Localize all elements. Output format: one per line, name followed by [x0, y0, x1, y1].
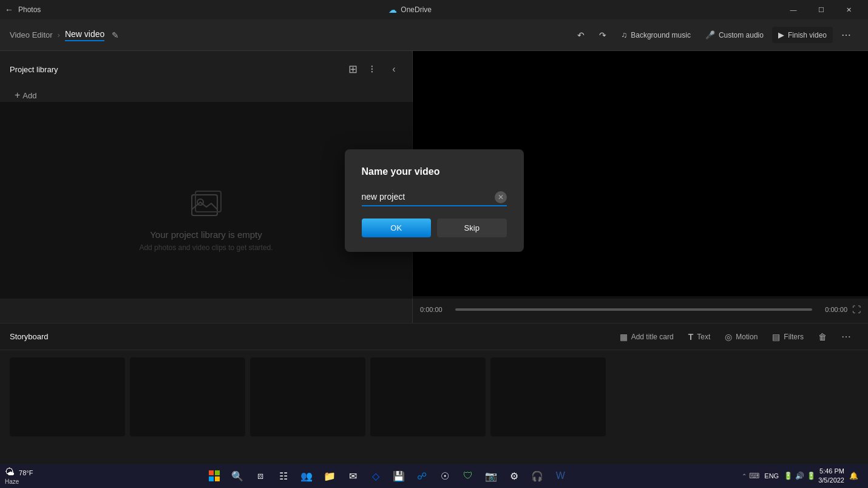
app1-icon: 💾 [393, 470, 405, 482]
svg-rect-3 [209, 470, 214, 475]
chrome-button[interactable]: ☉ [434, 465, 456, 487]
app1-button[interactable]: 💾 [388, 465, 410, 487]
toolbar: Video Editor › New video ✎ ↶ ↷ ♫ Backgro… [0, 19, 868, 51]
filters-button[interactable]: ▤ Filters [766, 329, 810, 345]
custom-audio-button[interactable]: 🎤 Custom audio [699, 27, 770, 43]
more-icon: ⋯ [841, 29, 852, 41]
redo-button[interactable]: ↷ [593, 27, 612, 44]
taskview-button[interactable]: ⧇ [249, 465, 271, 487]
app2-button[interactable]: 🛡 [457, 465, 479, 487]
close-button[interactable]: ✕ [835, 0, 863, 19]
video-name-input[interactable] [362, 188, 507, 206]
edge-button[interactable]: ☍ [411, 465, 433, 487]
weather-desc: Haze [5, 478, 19, 485]
settings-button[interactable]: ⚙ [503, 465, 525, 487]
finish-video-label: Finish video [788, 31, 827, 39]
clock-time: 5:46 PM [818, 467, 844, 476]
clip-slot-4[interactable] [370, 358, 486, 436]
volume-icon[interactable]: 🔊 [795, 472, 804, 480]
custom-audio-label: Custom audio [719, 31, 764, 39]
weather-temp: 78°F [19, 469, 33, 476]
clip-slot-3[interactable] [250, 358, 365, 436]
svg-rect-5 [209, 476, 214, 481]
maximize-button[interactable]: ☐ [807, 0, 835, 19]
text-icon: T [688, 332, 694, 342]
folder-icon: 📁 [324, 470, 336, 482]
motion-button[interactable]: ◎ Motion [719, 329, 764, 345]
mail-button[interactable]: ✉ [342, 465, 364, 487]
taskbar: 🌤 78°F Haze 🔍 ⧇ ☷ 👥 📁 [0, 464, 868, 488]
battery-icon[interactable]: 🔋 [807, 472, 816, 480]
start-button[interactable] [203, 465, 225, 487]
teams-button[interactable]: 👥 [296, 465, 317, 487]
ok-button[interactable]: OK [362, 219, 432, 237]
app-title: Photos [18, 5, 41, 14]
more-options-button[interactable]: ⋯ [835, 25, 858, 44]
wifi-icon[interactable]: 🔋 [784, 472, 793, 480]
breadcrumb-video-editor[interactable]: Video Editor [10, 30, 53, 39]
back-icon[interactable]: ← [5, 5, 13, 15]
redo-icon: ↷ [599, 30, 606, 40]
taskbar-weather: 🌤 78°F Haze [5, 467, 33, 485]
dropbox-icon: ◇ [372, 470, 379, 482]
modal-buttons: OK Skip [362, 219, 507, 237]
svg-rect-4 [215, 470, 220, 475]
delete-icon: 🗑 [818, 332, 827, 342]
widgets-button[interactable]: ☷ [273, 465, 294, 487]
video-controls: 0:00:00 0:00:00 ⛶ [413, 296, 868, 323]
search-button[interactable]: 🔍 [226, 465, 248, 487]
app2-icon: 🛡 [463, 470, 473, 481]
taskview-icon: ⧇ [257, 470, 263, 481]
minimize-button[interactable]: — [779, 0, 807, 19]
edge-icon: ☍ [417, 470, 427, 482]
storyboard-title: Storyboard [10, 332, 49, 341]
storyboard-actions: ▦ Add title card T Text ◎ Motion ▤ Filte… [614, 328, 858, 345]
progress-bar[interactable] [455, 308, 812, 311]
dropbox-button[interactable]: ◇ [365, 465, 387, 487]
expand-icon[interactable]: ⛶ [852, 305, 861, 314]
motion-label: Motion [736, 333, 758, 341]
text-label: Text [697, 333, 710, 341]
finish-video-button[interactable]: ▶ Finish video [772, 27, 833, 43]
word-icon: W [556, 470, 565, 481]
file-explorer-button[interactable]: 📁 [319, 465, 341, 487]
background-music-button[interactable]: ♫ Background music [615, 27, 696, 43]
music-icon: ♫ [621, 30, 627, 39]
app3-button[interactable]: 🎧 [526, 465, 548, 487]
finish-icon: ▶ [778, 30, 784, 39]
taskbar-sys: ⌃ ⌨ ENG 🔋 🔊 🔋 5:46 PM 3/5/2022 🔔 [737, 467, 863, 486]
grid-view-button[interactable]: ⊞ [344, 61, 361, 78]
add-button[interactable]: + Add [10, 87, 402, 103]
edit-icon[interactable]: ✎ [112, 30, 119, 40]
clip-slot-2[interactable] [130, 358, 245, 436]
storyboard-more-icon: ⋯ [841, 331, 852, 342]
title-card-icon: ▦ [620, 332, 628, 342]
panel-header: Project library ⊞ ⁝ ‹ [10, 61, 402, 78]
undo-button[interactable]: ↶ [571, 27, 591, 44]
text-button[interactable]: T Text [682, 329, 717, 345]
photos-icon: 📷 [485, 470, 497, 482]
chevron-up-icon[interactable]: ⌃ [742, 473, 747, 480]
add-title-card-button[interactable]: ▦ Add title card [614, 329, 680, 345]
photos-button[interactable]: 📷 [480, 465, 502, 487]
time-start: 0:00:00 [420, 306, 450, 313]
onedrive-icon: ☁ [388, 5, 397, 15]
word-button[interactable]: W [549, 465, 571, 487]
widgets-icon: ☷ [279, 470, 288, 482]
list-view-button[interactable]: ⁝ [364, 61, 381, 78]
video-title: New video [65, 29, 104, 41]
delete-button[interactable]: 🗑 [812, 329, 833, 345]
storyboard-more-button[interactable]: ⋯ [835, 328, 858, 345]
onedrive-label: OneDrive [401, 5, 432, 14]
keyboard-icon[interactable]: ⌨ [749, 472, 759, 480]
chrome-icon: ☉ [441, 470, 449, 482]
clip-slot-5[interactable] [490, 358, 606, 436]
clear-input-button[interactable]: ✕ [495, 191, 507, 203]
notification-icon[interactable]: 🔔 [849, 472, 858, 480]
taskbar-clock[interactable]: 5:46 PM 3/5/2022 [818, 467, 844, 486]
skip-button[interactable]: Skip [437, 219, 507, 237]
title-bar: ← Photos ☁ OneDrive — ☐ ✕ [0, 0, 868, 19]
collapse-button[interactable]: ‹ [385, 61, 402, 78]
clock-date: 3/5/2022 [818, 476, 844, 485]
clip-slot-1[interactable] [10, 358, 125, 436]
